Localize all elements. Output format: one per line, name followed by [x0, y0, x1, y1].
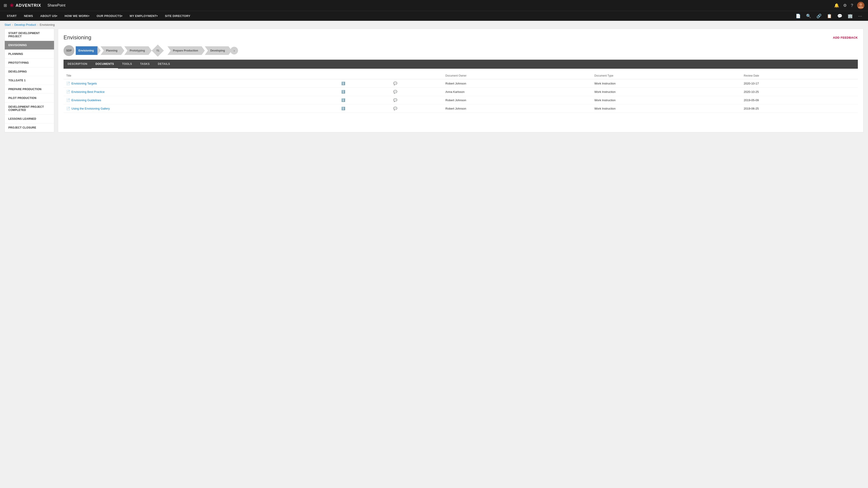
table-row: 📄 Envisioning Targets ℹ️ 💬 Robert Johnso… — [64, 79, 858, 88]
doc-owner-cell: Robert Johnson — [443, 79, 592, 88]
nav-my-employment[interactable]: MY EMPLOYMENT — [127, 11, 161, 21]
help-icon[interactable]: ? — [851, 3, 853, 8]
doc-link-0[interactable]: 📄 Envisioning Targets — [66, 82, 336, 85]
doc-type-cell: Work Instruction — [592, 88, 741, 96]
sidebar-item-prepare-production[interactable]: PREPARE PRODUCTION — [5, 85, 54, 94]
sidebar-item-lessons-learned[interactable]: LESSONS LEARNED — [5, 115, 54, 123]
comment-icon-3[interactable]: 💬 — [393, 107, 397, 110]
tab-details[interactable]: DETAILS — [154, 60, 174, 69]
sidebar-item-project-closure[interactable]: PROJECT CLOSURE — [5, 123, 54, 132]
sidebar-item-pilot-production[interactable]: PILOT PRODUCTION — [5, 94, 54, 103]
sidebar-item-developing[interactable]: DEVELOPING — [5, 67, 54, 76]
search-icon[interactable]: 🔍 — [804, 11, 813, 21]
doc-title-cell: 📄 Envisioning Best Practice — [64, 88, 339, 96]
doc-title-text: Envisioning Targets — [71, 82, 97, 85]
nav-our-products[interactable]: OUR PRODUCTS — [93, 11, 125, 21]
sidebar-item-envisioning[interactable]: ENVISIONING — [5, 41, 54, 50]
col-owner: Document Owner — [443, 72, 592, 79]
doc-review-date-cell: 2020-10-25 — [741, 88, 858, 96]
breadcrumb-start[interactable]: Start — [4, 23, 11, 26]
step-developing[interactable]: Developing — [205, 46, 228, 55]
col-type: Document Type — [592, 72, 741, 79]
doc-comment-cell: 💬 — [391, 88, 442, 96]
info-icon-2[interactable]: ℹ️ — [341, 98, 345, 102]
tab-tools[interactable]: TOOLS — [118, 60, 136, 69]
doc-title-cell: 📄 Envisioning Targets — [64, 79, 339, 88]
nav-how-we-work[interactable]: HOW WE WORK — [61, 11, 93, 21]
tab-documents[interactable]: DOCUMENTS — [92, 60, 118, 69]
doc-title-cell: 📄 Envisioning Guidelines — [64, 96, 339, 104]
step-sdp[interactable]: SDP — [64, 45, 74, 56]
doc-file-icon: 📄 — [66, 90, 70, 94]
doc-owner-cell: Robert Johnson — [443, 104, 592, 113]
top-navigation: ⊞ ❀ ADVENTRIX SharePoint 🔔 ⚙ ? — [0, 0, 868, 11]
pages-icon[interactable]: 📄 — [794, 11, 803, 21]
step-t1[interactable]: T1 — [152, 44, 164, 57]
comment-icon-0[interactable]: 💬 — [393, 82, 397, 85]
info-icon-0[interactable]: ℹ️ — [341, 82, 345, 85]
breadcrumb: Start › Develop Product › Envisioning — [0, 21, 868, 29]
step-planning[interactable]: Planning — [101, 46, 121, 55]
note-icon[interactable]: 📋 — [825, 11, 834, 21]
org-icon[interactable]: 🏢 — [845, 11, 855, 21]
doc-type-cell: Work Instruction — [592, 79, 741, 88]
sidebar-item-start-dev-project[interactable]: START DEVELOPMENT PROJECT — [5, 29, 54, 41]
svg-point-1 — [860, 3, 862, 6]
content-area: START DEVELOPMENT PROJECT ENVISIONING PL… — [0, 29, 868, 137]
doc-link-1[interactable]: 📄 Envisioning Best Practice — [66, 90, 336, 94]
tab-description[interactable]: DESCRIPTION — [64, 60, 92, 69]
doc-info-cell: ℹ️ — [339, 88, 391, 96]
sidebar: START DEVELOPMENT PROJECT ENVISIONING PL… — [4, 29, 54, 132]
step-prototyping[interactable]: Prototyping — [124, 46, 149, 55]
nav-about-us[interactable]: ABOUT US — [37, 11, 61, 21]
process-steps: SDP Envisioning Planning Prototyping T1 … — [64, 45, 858, 56]
doc-file-icon: 📄 — [66, 98, 70, 102]
sidebar-item-planning[interactable]: PLANNING — [5, 50, 54, 59]
col-review: Review Date — [741, 72, 858, 79]
doc-comment-cell: 💬 — [391, 79, 442, 88]
doc-title-text: Envisioning Guidelines — [71, 98, 101, 102]
sidebar-item-tollgate1[interactable]: TOLLGATE 1 — [5, 76, 54, 85]
nav-site-directory[interactable]: SITE DIRECTORY — [162, 11, 194, 21]
main-navigation: START NEWS ABOUT US HOW WE WORK OUR PROD… — [0, 11, 868, 21]
logo-icon: ❀ — [10, 2, 14, 8]
doc-review-date-cell: 2019-06-25 — [741, 104, 858, 113]
doc-comment-cell: 💬 — [391, 104, 442, 113]
waffle-icon[interactable]: ⊞ — [4, 3, 7, 8]
info-icon-1[interactable]: ℹ️ — [341, 90, 345, 94]
doc-link-2[interactable]: 📄 Envisioning Guidelines — [66, 98, 336, 102]
chat-icon[interactable]: 💬 — [835, 11, 844, 21]
avatar[interactable] — [857, 2, 864, 9]
col-title: Title — [64, 72, 339, 79]
doc-link-3[interactable]: 📄 Using the Envisioning Gallery — [66, 107, 336, 110]
sidebar-item-dev-project-completed[interactable]: DEVELOPMENT PROJECT COMPLETED — [5, 103, 54, 115]
sidebar-item-prototyping[interactable]: PROTOTYPING — [5, 59, 54, 67]
add-feedback-button[interactable]: ADD FEEDBACK — [833, 36, 858, 39]
nav-news[interactable]: NEWS — [21, 11, 36, 21]
link-icon[interactable]: 🔗 — [814, 11, 824, 21]
info-icon-3[interactable]: ℹ️ — [341, 107, 345, 110]
page-title: Envisioning — [64, 34, 91, 41]
tab-tasks[interactable]: TASKS — [136, 60, 154, 69]
step-envisioning[interactable]: Envisioning — [76, 46, 97, 55]
col-comment — [391, 72, 442, 79]
more-icon[interactable]: ⋯ — [856, 11, 864, 21]
doc-file-icon: 📄 — [66, 107, 70, 110]
doc-title-text: Envisioning Best Practice — [71, 90, 105, 94]
comment-icon-1[interactable]: 💬 — [393, 90, 397, 94]
doc-type-cell: Work Instruction — [592, 104, 741, 113]
doc-file-icon: 📄 — [66, 82, 70, 85]
sharepoint-label: SharePoint — [48, 3, 65, 7]
step-prepare-production[interactable]: Prepare Production — [167, 46, 202, 55]
doc-review-date-cell: 2020-10-17 — [741, 79, 858, 88]
bell-icon[interactable]: 🔔 — [834, 3, 839, 8]
nav-start[interactable]: START — [4, 11, 20, 21]
breadcrumb-sep-1: › — [12, 23, 13, 26]
col-info — [339, 72, 391, 79]
breadcrumb-develop-product[interactable]: Develop Product — [14, 23, 36, 26]
doc-title-text: Using the Envisioning Gallery — [71, 107, 110, 110]
gear-icon[interactable]: ⚙ — [843, 3, 847, 8]
comment-icon-2[interactable]: 💬 — [393, 98, 397, 102]
breadcrumb-sep-2: › — [37, 23, 38, 26]
page-header: Envisioning ADD FEEDBACK — [64, 34, 858, 41]
